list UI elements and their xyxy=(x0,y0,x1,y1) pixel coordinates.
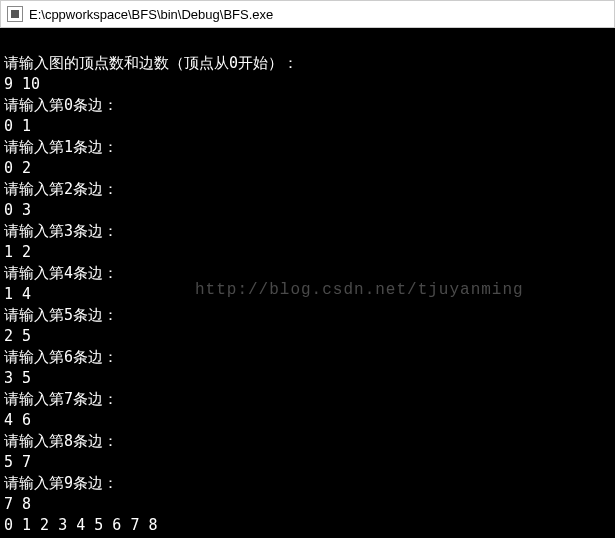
console-line: 0 1 xyxy=(4,117,31,135)
console-line: 0 2 xyxy=(4,159,31,177)
console-line: 请输入第1条边： xyxy=(4,138,118,156)
console-line: 1 4 xyxy=(4,285,31,303)
console-line: 7 8 xyxy=(4,495,31,513)
console-line: 请输入第6条边： xyxy=(4,348,118,366)
console-line: 请输入第0条边： xyxy=(4,96,118,114)
console-line: 1 2 xyxy=(4,243,31,261)
console-line: 请输入图的顶点数和边数（顶点从0开始）： xyxy=(4,54,298,72)
console-line: 9 10 xyxy=(4,75,40,93)
console-line: 请输入第8条边： xyxy=(4,432,118,450)
console-line: 4 6 xyxy=(4,411,31,429)
console-output[interactable]: 请输入图的顶点数和边数（顶点从0开始）： 9 10 请输入第0条边： 0 1 请… xyxy=(0,28,615,538)
console-line: 请输入第9条边： xyxy=(4,474,118,492)
console-line: 请输入第5条边： xyxy=(4,306,118,324)
console-line: 请输入第4条边： xyxy=(4,264,118,282)
console-line: 请输入第3条边： xyxy=(4,222,118,240)
console-line: 3 5 xyxy=(4,369,31,387)
console-line: 请输入第7条边： xyxy=(4,390,118,408)
console-line: 请输入第2条边： xyxy=(4,180,118,198)
watermark-text: http://blog.csdn.net/tjuyanming xyxy=(195,280,524,301)
app-icon xyxy=(7,6,23,22)
window-title: E:\cppworkspace\BFS\bin\Debug\BFS.exe xyxy=(29,7,273,22)
console-line: 0 3 xyxy=(4,201,31,219)
console-line: 0 1 2 3 4 5 6 7 8 xyxy=(4,516,158,534)
title-bar[interactable]: E:\cppworkspace\BFS\bin\Debug\BFS.exe xyxy=(0,0,615,28)
console-line: 5 7 xyxy=(4,453,31,471)
console-line: 2 5 xyxy=(4,327,31,345)
